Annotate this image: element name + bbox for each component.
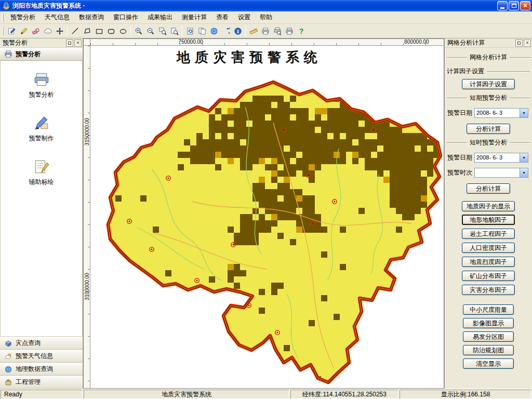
tool-zoom-in-button[interactable] bbox=[132, 25, 144, 37]
tool-ellipse-button[interactable] bbox=[117, 25, 129, 37]
tool-info-button[interactable]: i bbox=[232, 25, 244, 37]
menu-item-window-ops[interactable]: 窗口操作 bbox=[109, 11, 143, 23]
left-panel-section-label: 预警分析 bbox=[16, 50, 41, 59]
tool-zoom-extent-button[interactable] bbox=[168, 25, 180, 37]
tool-rounded-rectangle-button[interactable] bbox=[105, 25, 117, 37]
short-time-date-combo[interactable]: 2008- 6- 3 ▼ bbox=[474, 153, 528, 163]
pin-icon[interactable] bbox=[515, 39, 523, 47]
right-panel-caption: 网格分析计算 × bbox=[445, 38, 532, 48]
geo-factor-display-button[interactable]: 地质因子的显示 bbox=[462, 201, 515, 211]
menu-item-measure-calc[interactable]: 测量计算 bbox=[177, 11, 211, 23]
tool-copy-layer-button[interactable] bbox=[196, 25, 208, 37]
tool-refresh-view-button[interactable] bbox=[184, 25, 196, 37]
group-label: 工程管理 bbox=[16, 378, 41, 387]
tool-print-setup-button[interactable] bbox=[283, 25, 295, 37]
tool-eraser-button[interactable] bbox=[30, 25, 42, 37]
tool-polygon-button[interactable] bbox=[81, 25, 93, 37]
tool-line-button[interactable] bbox=[69, 25, 81, 37]
group-label: 地理数据查询 bbox=[16, 365, 53, 374]
susceptibility-map-button[interactable]: 易发分区图 bbox=[463, 331, 514, 342]
ruler-label: 3150000.00 bbox=[84, 114, 90, 150]
close-icon[interactable]: × bbox=[524, 39, 531, 47]
chevron-down-icon[interactable]: ▼ bbox=[520, 109, 528, 117]
chevron-down-icon[interactable]: ▼ bbox=[520, 168, 528, 177]
tool-zoom-out-button[interactable] bbox=[144, 25, 156, 37]
chevron-down-icon[interactable]: ▼ bbox=[520, 153, 528, 162]
tool-globe-button[interactable] bbox=[208, 25, 220, 37]
menu-item-result-output[interactable]: 成果输出 bbox=[143, 11, 177, 23]
eraser-icon bbox=[32, 27, 40, 35]
menu-item-help[interactable]: 帮助 bbox=[255, 11, 277, 23]
geo-data-query-icon bbox=[5, 366, 12, 373]
factor-seismic-button[interactable]: 地震烈度因子 bbox=[462, 257, 515, 267]
factor-terrain-button[interactable]: 地形地貌因子 bbox=[462, 215, 515, 225]
group-label: 预警天气信息 bbox=[16, 352, 53, 361]
rectangle-icon bbox=[95, 27, 103, 35]
pin-icon[interactable] bbox=[66, 39, 73, 47]
calc-factor-settings-button[interactable]: 计算因子设置 bbox=[462, 79, 515, 89]
tool-measure-button[interactable] bbox=[247, 25, 259, 37]
tool-aux-plotting[interactable]: 辅助标绘 bbox=[29, 158, 54, 187]
short-term-analyze-button[interactable]: 分析计算 bbox=[467, 124, 510, 134]
tool-pencil-button[interactable] bbox=[18, 25, 30, 37]
tool-edit-map-button[interactable] bbox=[6, 25, 18, 37]
tool-cloud-button[interactable] bbox=[42, 25, 54, 37]
factor-disaster-button[interactable]: 灾害分布因子 bbox=[462, 285, 515, 295]
right-panel-title: 网格分析计算 bbox=[447, 38, 515, 47]
factor-geotech-button[interactable]: 岩土工程因子 bbox=[462, 229, 515, 239]
left-panel-section-header[interactable]: 预警分析 bbox=[0, 48, 83, 61]
tool-zoom-window-button[interactable] bbox=[156, 25, 168, 37]
tool-help-button[interactable]: ? bbox=[295, 25, 307, 37]
prevention-plan-button[interactable]: 防治规划图 bbox=[463, 345, 514, 355]
zoom-extent-icon bbox=[170, 27, 179, 35]
close-icon[interactable]: × bbox=[74, 39, 82, 47]
warning-weather-icon bbox=[5, 353, 12, 360]
app-window: 浏阳市地质灾害预警系统 - × 预警分析 天气信息 数据查询 窗口操作 成果输出… bbox=[0, 0, 532, 399]
ruler-label: 750000.00 bbox=[175, 39, 206, 45]
tool-print-preview-button[interactable] bbox=[271, 25, 283, 37]
status-scale: 显示比例:166.158 bbox=[400, 390, 531, 399]
map-ruler-vertical: 3150000.00 3100000.00 bbox=[84, 46, 90, 388]
factor-population-button[interactable]: 人口密度因子 bbox=[462, 243, 515, 253]
group-project-management[interactable]: 工程管理 bbox=[0, 376, 83, 389]
factor-mining-button[interactable]: 矿山分布因子 bbox=[462, 271, 515, 281]
pencil-icon bbox=[20, 27, 28, 35]
status-bar: Ready 地质灾害预警系统 经纬度:114.140551,28.250253 … bbox=[0, 389, 532, 399]
tool-print-button[interactable] bbox=[259, 25, 271, 37]
tool-warning-making[interactable]: 预警制作 bbox=[29, 115, 54, 143]
warning-time-combo[interactable]: ▼ bbox=[474, 168, 528, 178]
aux-plotting-icon bbox=[33, 158, 50, 175]
pan-icon bbox=[56, 27, 64, 35]
maximize-button[interactable] bbox=[509, 1, 519, 10]
tool-warning-analysis[interactable]: 预警分析 bbox=[29, 71, 54, 99]
close-button[interactable]: × bbox=[520, 1, 530, 10]
menu-item-weather-info[interactable]: 天气信息 bbox=[40, 11, 74, 23]
tool-rectangle-button[interactable] bbox=[93, 25, 105, 37]
short-term-date-combo[interactable]: 2008- 6- 3 ▼ bbox=[474, 108, 528, 118]
minimize-button[interactable] bbox=[497, 1, 508, 10]
menu-item-view[interactable]: 查看 bbox=[211, 11, 233, 23]
short-time-analyze-button[interactable]: 分析计算 bbox=[467, 183, 510, 194]
group-geo-data-query[interactable]: 地理数据查询 bbox=[0, 363, 83, 376]
menu-item-data-query[interactable]: 数据查询 bbox=[74, 11, 109, 23]
group-disaster-point-query[interactable]: 灾点查询 bbox=[0, 337, 83, 350]
menu-item-warning-analysis[interactable]: 预警分析 bbox=[6, 11, 40, 23]
toolbar: i ? bbox=[0, 24, 532, 38]
group-warning-weather-info[interactable]: 预警天气信息 bbox=[0, 350, 83, 363]
tool-undo-button[interactable] bbox=[220, 25, 232, 37]
rainfall-display-button[interactable]: 中小尺度雨量 bbox=[463, 304, 514, 315]
group-label: 灾点查询 bbox=[16, 339, 41, 348]
refresh-view-icon bbox=[186, 27, 194, 35]
toolbar-separator bbox=[245, 26, 246, 36]
imagery-display-button[interactable]: 影像图显示 bbox=[463, 318, 514, 328]
toolbar-separator bbox=[67, 26, 68, 36]
warning-time-label: 预警时次 bbox=[447, 168, 474, 177]
right-panel: 网格分析计算 × 网格分析计算 计算因子设置 计算因子设置 短期预警分析 预警日… bbox=[444, 38, 532, 389]
toolbar-grip[interactable] bbox=[2, 27, 4, 35]
short-time-date-label: 预警日期 bbox=[447, 153, 474, 162]
toolbar-grip[interactable] bbox=[2, 14, 4, 22]
clear-display-button[interactable]: 清空显示 bbox=[463, 358, 514, 369]
map-canvas[interactable]: 地质灾害预警系统 bbox=[90, 46, 444, 388]
menu-item-settings[interactable]: 设置 bbox=[233, 11, 255, 23]
tool-pan-button[interactable] bbox=[54, 25, 65, 37]
